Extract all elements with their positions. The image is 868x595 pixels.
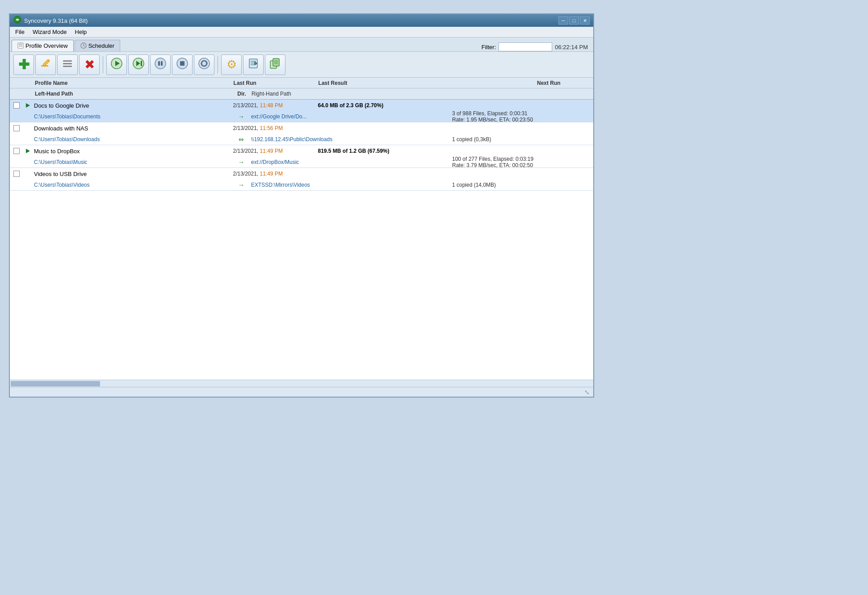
profile-2-detail-text: 1 copied (0,3kB) (452, 136, 491, 142)
profile-4-name: Videos to USB Drive (32, 171, 215, 177)
profile-row-3-bottom: C:\Users\Tobias\Music → ext://DropBox/Mu… (10, 157, 593, 168)
menu-bar: File Wizard Mode Help (10, 27, 593, 38)
copy-icon (269, 57, 281, 72)
delete-button[interactable]: ✖ (79, 54, 100, 75)
profile-4-date: 2/13/2021, (233, 171, 258, 177)
scrollbar-thumb[interactable] (11, 381, 100, 386)
profile-3-result-bold: 819.5 MB of 1.2 GB (67.59%) (316, 148, 535, 154)
settings-button[interactable]: ⚙ (221, 54, 242, 75)
profile-2-checkbox[interactable] (10, 125, 23, 131)
profile-row-1[interactable]: Docs to Google Drive 2/13/2021, 11:48 PM… (10, 100, 593, 122)
stop-button[interactable] (172, 54, 193, 75)
profile-list: Docs to Google Drive 2/13/2021, 11:48 PM… (10, 100, 593, 380)
svg-rect-20 (180, 61, 185, 66)
profile-row-3[interactable]: Music to DropBox 2/13/2021, 11:49 PM 819… (10, 145, 593, 168)
checkbox-3[interactable] (13, 148, 20, 154)
profile-3-lastrun: 2/13/2021, 11:49 PM (231, 148, 316, 154)
profile-4-result-detail: 1 copied (14,0MB) (450, 182, 535, 188)
profile-1-left-path: C:\Users\Tobias\Documents (32, 113, 233, 120)
svg-rect-8 (63, 60, 72, 62)
profile-2-dir-arrow: ⇔ (233, 136, 249, 143)
profile-row-1-top: Docs to Google Drive 2/13/2021, 11:48 PM… (10, 100, 593, 111)
profile-row-2[interactable]: Downloads with NAS 2/13/2021, 11:56 PM C… (10, 122, 593, 145)
title-bar: Syncovery 9.31a (64 Bit) ─ □ ✕ (10, 14, 593, 27)
menu-wizard[interactable]: Wizard Mode (29, 27, 71, 37)
profile-1-right-path: ext://Google Drive/Do... (249, 113, 450, 120)
checkbox-1[interactable] (13, 102, 20, 109)
header-row-2: Left-Hand Path Dir. Right-Hand Path (10, 88, 593, 99)
profile-row-3-top: Music to DropBox 2/13/2021, 11:49 PM 819… (10, 145, 593, 157)
horizontal-scrollbar[interactable] (10, 380, 593, 387)
checkbox-4[interactable] (13, 171, 20, 177)
summary-icon (61, 57, 74, 72)
close-button[interactable]: ✕ (580, 17, 590, 25)
status-bar: ⤡ (10, 387, 593, 397)
profile-row-4-bottom: C:\Users\Tobias\Videos → EXTSSD:\Mirrors… (10, 180, 593, 190)
filter-input[interactable] (499, 42, 552, 51)
profile-3-date: 2/13/2021, (233, 148, 258, 154)
profile-2-right-path: \\192.168.12.45\Public\Downloads (249, 136, 450, 142)
log-button[interactable] (243, 54, 264, 75)
refresh-button[interactable] (194, 54, 214, 75)
tabs-container: Profile Overview Scheduler (12, 40, 120, 51)
profile-3-left-path: C:\Users\Tobias\Music (32, 159, 233, 165)
run-next-button[interactable] (128, 54, 149, 75)
summary-button[interactable] (57, 54, 78, 75)
profile-4-right-path: EXTSSD:\Mirrors\Videos (249, 182, 450, 188)
profile-1-result-detail: 3 of 988 Files, Elapsed: 0:00:31 Rate: 1… (450, 110, 535, 123)
col-header-lastresult: Last Result (317, 80, 535, 86)
toolbar: ✚ ✖ (10, 52, 593, 78)
run-icon (110, 57, 123, 72)
checkbox-2[interactable] (13, 125, 20, 131)
play-icon-1 (26, 103, 30, 108)
run-button[interactable] (106, 54, 127, 75)
maximize-button[interactable]: □ (569, 17, 579, 25)
menu-file[interactable]: File (12, 27, 28, 37)
profile-4-checkbox[interactable] (10, 171, 23, 177)
profile-3-play (23, 149, 32, 153)
profile-4-detail-text: 1 copied (14,0MB) (452, 182, 496, 188)
tab-bar: Profile Overview Scheduler Filter: 06:22… (10, 38, 593, 52)
profile-3-result-detail: 100 of 277 Files, Elapsed: 0:03:19 Rate:… (450, 156, 535, 168)
col-header-lastrun: Last Run (232, 80, 317, 86)
edit-icon (39, 57, 52, 72)
col-header-rightpath: Right-Hand Path (250, 91, 450, 97)
minimize-button[interactable]: ─ (558, 17, 568, 25)
col-header-dir2: Dir. (234, 91, 250, 97)
profile-2-date: 2/13/2021, (233, 125, 258, 131)
add-button[interactable]: ✚ (13, 54, 34, 75)
profile-2-name: Downloads with NAS (32, 125, 215, 132)
tab-scheduler[interactable]: Scheduler (75, 40, 121, 51)
app-icon (13, 16, 21, 25)
svg-point-21 (199, 58, 210, 69)
tab-profile-overview[interactable]: Profile Overview (12, 40, 74, 51)
add-icon: ✚ (18, 58, 29, 71)
profile-3-checkbox[interactable] (10, 148, 23, 154)
title-bar-left: Syncovery 9.31a (64 Bit) (13, 16, 88, 25)
svg-line-6 (84, 46, 85, 46)
col-header-profile-name: Profile Name (32, 80, 216, 86)
tab-profile-label: Profile Overview (25, 42, 68, 49)
profile-1-result-bold: 64.0 MB of 2.3 GB (2.70%) (316, 102, 535, 109)
svg-rect-17 (158, 61, 160, 66)
profile-2-result-detail: 1 copied (0,3kB) (450, 136, 535, 142)
profile-3-dir-arrow: → (233, 159, 249, 166)
profile-row-4[interactable]: Videos to USB Drive 2/13/2021, 11:49 PM … (10, 168, 593, 191)
col-header-leftpath: Left-Hand Path (32, 91, 234, 97)
profile-3-right-path: ext://DropBox/Music (249, 159, 450, 165)
profile-1-date: 2/13/2021, (233, 102, 258, 109)
profile-2-left-path: C:\Users\Tobias\Downloads (32, 136, 233, 142)
profile-1-checkbox[interactable] (10, 102, 23, 109)
menu-help[interactable]: Help (71, 27, 91, 37)
edit-button[interactable] (35, 54, 56, 75)
resize-handle[interactable]: ⤡ (584, 389, 590, 396)
profile-tab-icon (17, 42, 24, 50)
run-next-icon (132, 57, 145, 72)
svg-rect-15 (141, 61, 142, 66)
copy-button[interactable] (265, 54, 285, 75)
filter-area: Filter: 06:22:14 PM (482, 42, 591, 51)
profile-4-left-path: C:\Users\Tobias\Videos (32, 182, 233, 188)
profile-1-detail-text: 3 of 988 Files, Elapsed: 0:00:31 Rate: 1… (452, 110, 533, 123)
pause-button[interactable] (150, 54, 171, 75)
profile-1-dir-arrow: → (233, 113, 249, 120)
